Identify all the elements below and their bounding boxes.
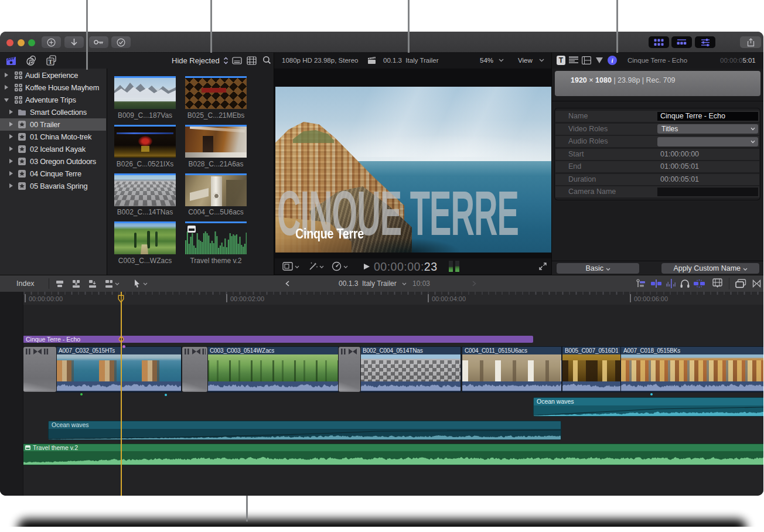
svg-text:T: T xyxy=(49,59,53,65)
